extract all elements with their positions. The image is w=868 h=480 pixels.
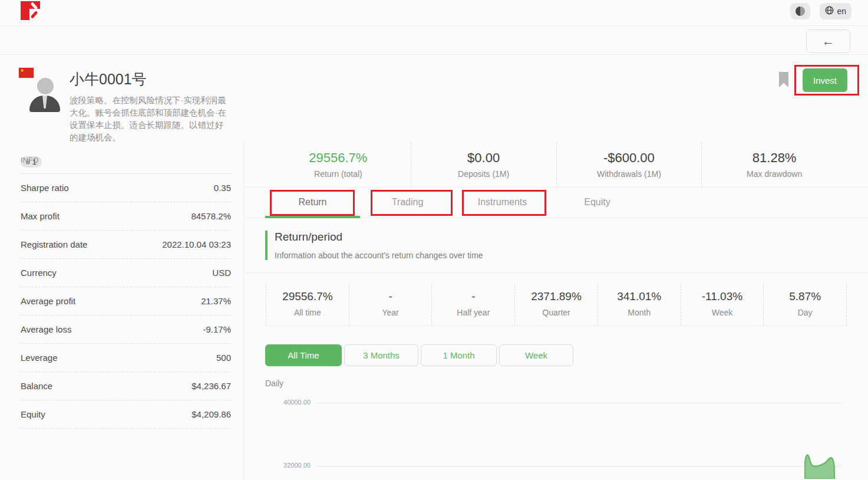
back-arrow-icon: ← bbox=[822, 34, 834, 48]
avatar bbox=[28, 71, 61, 111]
range-1-month-button[interactable]: 1 Month bbox=[421, 344, 497, 366]
topbar-actions: en bbox=[790, 1, 852, 19]
info-label: Average loss bbox=[21, 324, 71, 334]
section-subtitle: Information about the account's return c… bbox=[275, 251, 868, 260]
profile-header: ★ # 1 小牛0001号 波段策略。在控制风险情况下·实现利润最大化。账号会抓… bbox=[0, 55, 868, 142]
period-label: Quarter bbox=[515, 308, 598, 317]
period-value: 341.01% bbox=[598, 290, 681, 303]
subbar: ← bbox=[0, 26, 868, 55]
tabs-row: Return Trading Instruments Equity bbox=[244, 188, 868, 218]
info-title: INFO bbox=[21, 156, 231, 165]
info-value: -9.17% bbox=[203, 324, 231, 334]
range-week-button[interactable]: Week bbox=[499, 344, 573, 366]
info-row-sharpe-ratio: Sharpe ratio 0.35 bbox=[21, 174, 231, 202]
period-label: Day bbox=[764, 308, 846, 317]
info-row-balance: Balance $4,236.67 bbox=[21, 372, 231, 400]
period-value: -11.03% bbox=[681, 290, 764, 303]
period-value: 5.87% bbox=[764, 290, 846, 303]
info-value: 2022.10.04 03:23 bbox=[162, 239, 231, 249]
gridline bbox=[315, 466, 841, 466]
summary-stats-row: 29556.7% Return (total) $0.00 Deposits (… bbox=[244, 142, 868, 188]
y-axis-tick: 40000.00 bbox=[258, 399, 311, 406]
profile-text: 小牛0001号 波段策略。在控制风险情况下·实现利润最大化。账号会抓住底部和顶部… bbox=[70, 70, 230, 144]
period-label: Week bbox=[681, 308, 764, 317]
info-value: $4,236.67 bbox=[192, 381, 231, 391]
bookmark-button[interactable] bbox=[778, 71, 790, 90]
tab-equity[interactable]: Equity bbox=[550, 188, 645, 218]
language-button[interactable]: en bbox=[820, 3, 852, 19]
bookmark-icon bbox=[778, 71, 790, 88]
period-label: Year bbox=[349, 308, 432, 317]
stat-label: Return (total) bbox=[266, 169, 411, 179]
info-sidebar: INFO Sharpe ratio 0.35 Max profit 84578.… bbox=[0, 142, 244, 480]
period-month: 341.01% Month bbox=[598, 283, 681, 326]
info-row-average-loss: Average loss -9.17% bbox=[21, 315, 231, 344]
info-label: Currency bbox=[21, 268, 57, 278]
equity-area-series bbox=[804, 449, 839, 479]
info-label: Leverage bbox=[21, 353, 58, 363]
period-label: Half year bbox=[432, 308, 514, 317]
stat-withdrawals: -$600.00 Withdrawals (1M) bbox=[556, 142, 702, 187]
globe-icon bbox=[825, 6, 834, 17]
stat-return-total: 29556.7% Return (total) bbox=[266, 142, 411, 187]
stat-label: Deposits (1M) bbox=[411, 169, 556, 179]
period-value: 29556.7% bbox=[266, 290, 349, 303]
fbs-logo[interactable] bbox=[21, 1, 40, 20]
return-chart: 40000.00 32000.00 bbox=[244, 388, 868, 479]
fbs-logo-icon bbox=[21, 1, 40, 20]
stat-value: -$600.00 bbox=[557, 150, 702, 166]
range-all-time-button[interactable]: All Time bbox=[265, 344, 342, 366]
theme-toggle-button[interactable] bbox=[790, 3, 810, 19]
stat-value: 29556.7% bbox=[266, 150, 411, 166]
info-row-max-profit: Max profit 84578.2% bbox=[21, 202, 231, 231]
return-period-section: Return/period Information about the acco… bbox=[244, 218, 868, 273]
topbar: en bbox=[0, 0, 868, 26]
tab-return[interactable]: Return bbox=[265, 188, 360, 218]
period-half-year: - Half year bbox=[432, 283, 515, 326]
info-value: 500 bbox=[216, 353, 231, 363]
info-label: Sharpe ratio bbox=[21, 183, 69, 193]
info-label: Balance bbox=[21, 381, 52, 391]
range-3-months-button[interactable]: 3 Months bbox=[344, 344, 418, 366]
period-label: All time bbox=[266, 308, 349, 317]
info-value: 21.37% bbox=[201, 296, 231, 306]
y-axis-tick: 32000.00 bbox=[258, 462, 311, 469]
stat-max-drawdown: 81.28% Max drawdown bbox=[701, 142, 847, 187]
gridline bbox=[315, 403, 841, 403]
period-stats-row: 29556.7% All time - Year - Half year 237… bbox=[266, 283, 847, 326]
info-value: $4,209.86 bbox=[192, 409, 231, 419]
tab-trading[interactable]: Trading bbox=[360, 188, 455, 218]
info-label: Equity bbox=[21, 409, 45, 419]
chart-frequency-label: Daily bbox=[265, 379, 868, 388]
period-week: -11.03% Week bbox=[681, 283, 764, 326]
section-title: Return/period bbox=[275, 231, 868, 244]
page: en ← ★ # 1 小牛0001号 波段策略。在控制风险情况下·实现利润最大化… bbox=[0, 0, 868, 480]
account-name: 小牛0001号 bbox=[70, 70, 230, 89]
period-label: Month bbox=[598, 308, 681, 317]
stat-label: Withdrawals (1M) bbox=[557, 169, 702, 179]
info-row-leverage: Leverage 500 bbox=[21, 344, 231, 372]
info-label: Registration date bbox=[21, 239, 87, 249]
info-label: Average profit bbox=[21, 296, 75, 306]
info-value: 0.35 bbox=[214, 183, 231, 193]
info-value: USD bbox=[212, 268, 231, 278]
info-value: 84578.2% bbox=[191, 211, 231, 221]
info-row-registration-date: Registration date 2022.10.04 03:23 bbox=[21, 231, 231, 259]
info-row-equity: Equity $4,209.86 bbox=[21, 400, 231, 429]
range-filter-row: All Time 3 Months 1 Month Week bbox=[265, 344, 868, 366]
back-button[interactable]: ← bbox=[806, 29, 850, 53]
stat-deposits: $0.00 Deposits (1M) bbox=[411, 142, 556, 187]
info-row-currency: Currency USD bbox=[21, 259, 231, 287]
main-content: 29556.7% Return (total) $0.00 Deposits (… bbox=[244, 142, 868, 480]
period-value: - bbox=[349, 290, 432, 303]
period-day: 5.87% Day bbox=[764, 283, 847, 326]
tab-instruments[interactable]: Instruments bbox=[455, 188, 550, 218]
period-value: 2371.89% bbox=[515, 290, 598, 303]
period-year: - Year bbox=[349, 283, 433, 326]
invest-button[interactable]: Invest bbox=[803, 68, 847, 92]
info-label: Max profit bbox=[21, 211, 60, 221]
theme-half-circle-icon bbox=[796, 6, 805, 16]
period-all-time: 29556.7% All time bbox=[266, 283, 349, 326]
period-quarter: 2371.89% Quarter bbox=[515, 283, 598, 326]
info-row-average-profit: Average profit 21.37% bbox=[21, 287, 231, 315]
